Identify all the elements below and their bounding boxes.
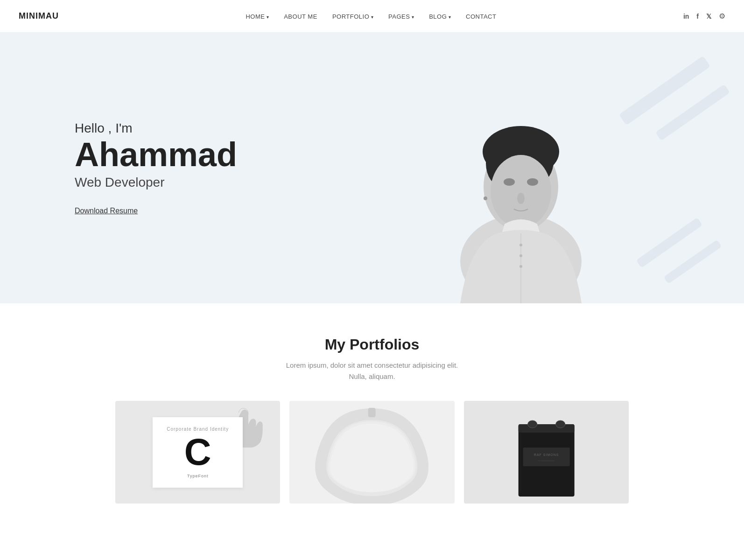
svg-point-18 [527, 420, 537, 428]
nav-link-pages[interactable]: PAGES [388, 13, 414, 20]
portfolios-section: My Portfolios Lorem ipsum, dolor sit ame… [0, 303, 744, 522]
portfolio-card-3[interactable]: RAF SIMONS —————— [464, 401, 629, 504]
svg-text:RAF SIMONS: RAF SIMONS [534, 453, 559, 456]
svg-point-10 [519, 244, 522, 246]
person-illustration [432, 61, 610, 303]
svg-point-8 [527, 178, 538, 186]
portfolio-grid: Corporate Brand Identity C TypeFont [115, 401, 629, 504]
nav-link-portfolio[interactable]: PORTFOLIO [332, 13, 373, 20]
svg-point-6 [491, 155, 551, 228]
social-links: in f 𝕏 ⚙ [683, 12, 725, 21]
nav-item-portfolio[interactable]: PORTFOLIO [332, 12, 373, 21]
nav-link-about[interactable]: ABOUT ME [284, 13, 317, 20]
nav-link-blog[interactable]: BLOG [429, 13, 451, 20]
svg-point-11 [519, 254, 522, 257]
svg-point-14 [517, 193, 525, 204]
svg-rect-20 [523, 448, 569, 466]
navbar: MINIMAU HOME ABOUT ME PORTFOLIO PAGES BL… [0, 0, 744, 33]
hero-name: Ahammad [75, 138, 237, 171]
svg-point-19 [555, 420, 565, 428]
hero-title: Web Developer [75, 175, 237, 190]
nav-item-pages[interactable]: PAGES [388, 12, 414, 21]
svg-point-7 [504, 178, 515, 186]
settings-icon[interactable]: ⚙ [719, 12, 725, 21]
card-1-letter: C [167, 434, 229, 471]
card-1-inner: Corporate Brand Identity C TypeFont [115, 401, 280, 504]
download-resume-button[interactable]: Download Resume [75, 207, 138, 215]
ring-illustration [289, 401, 454, 504]
nav-link-contact[interactable]: CONTACT [466, 13, 496, 20]
svg-text:——————: —————— [538, 459, 554, 462]
hero-image-area [298, 33, 744, 303]
portfolio-card-1[interactable]: Corporate Brand Identity C TypeFont [115, 401, 280, 504]
twitter-icon[interactable]: 𝕏 [706, 13, 711, 20]
nav-links: HOME ABOUT ME PORTFOLIO PAGES BLOG CONTA… [246, 12, 496, 21]
brand-logo[interactable]: MINIMAU [19, 11, 59, 21]
nav-item-blog[interactable]: BLOG [429, 12, 451, 21]
bag-illustration: RAF SIMONS —————— [464, 401, 629, 504]
linkedin-icon[interactable]: in [683, 13, 689, 20]
hero-greeting: Hello , I'm [75, 121, 237, 136]
svg-point-12 [519, 265, 522, 268]
hero-content: Hello , I'm Ahammad Web Developer Downlo… [0, 93, 237, 243]
card-1-subtitle: Corporate Brand Identity [167, 427, 229, 432]
nav-item-about[interactable]: ABOUT ME [284, 12, 317, 21]
nav-link-home[interactable]: HOME [246, 13, 269, 20]
portfolio-card-2[interactable] [289, 401, 454, 504]
svg-rect-15 [368, 408, 376, 417]
hero-section: Hello , I'm Ahammad Web Developer Downlo… [0, 33, 744, 303]
nav-item-home[interactable]: HOME [246, 12, 269, 21]
portfolios-subtitle: Lorem ipsum, dolor sit amet consectetur … [19, 360, 725, 382]
facebook-icon[interactable]: f [696, 13, 699, 20]
card-1-caption: TypeFont [167, 474, 229, 478]
portfolios-title: My Portfolios [19, 336, 725, 353]
svg-point-13 [484, 196, 487, 200]
nav-item-contact[interactable]: CONTACT [466, 12, 496, 21]
svg-rect-17 [518, 424, 574, 433]
